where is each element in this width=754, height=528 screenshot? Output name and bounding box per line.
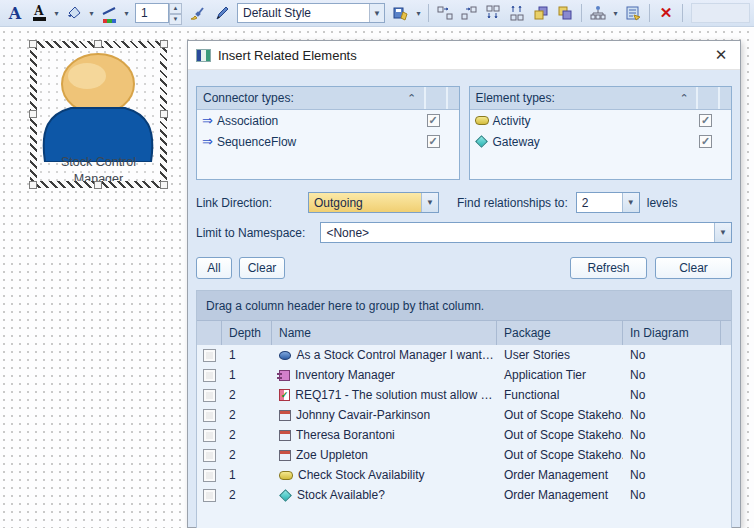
element-type-row[interactable]: Activity	[470, 110, 732, 131]
cell-in-diagram: No	[623, 408, 721, 422]
space-horizontally-button[interactable]	[434, 2, 456, 24]
chevron-down-icon[interactable]: ▾	[87, 9, 96, 18]
resize-handle[interactable]	[29, 40, 37, 48]
space-vertical-2-icon	[509, 5, 525, 21]
clear-selection-button[interactable]: Clear	[239, 257, 285, 279]
chevron-down-icon[interactable]: ▼	[421, 193, 438, 212]
connector-type-row[interactable]: ⇒ Association	[197, 110, 459, 131]
row-checkbox[interactable]	[203, 489, 216, 502]
bring-to-front-button[interactable]	[530, 2, 552, 24]
refresh-button[interactable]: Refresh	[570, 257, 647, 279]
cell-name: Stock Available?	[272, 488, 497, 502]
connector-checkbox[interactable]	[427, 135, 440, 148]
collapse-chevron-icon[interactable]: ⌃	[672, 87, 696, 109]
stakeholder-icon	[279, 410, 291, 421]
space-horizontal-icon	[437, 5, 453, 21]
properties-button[interactable]	[622, 2, 644, 24]
element-type-row[interactable]: Gateway	[470, 131, 732, 152]
resize-handle[interactable]	[94, 40, 102, 48]
dialog-titlebar[interactable]: Insert Related Elements ✕	[188, 41, 740, 70]
header-in-diagram[interactable]: In Diagram	[623, 321, 721, 345]
space-vertically-2-button[interactable]	[506, 2, 528, 24]
header-depth[interactable]: Depth	[222, 321, 272, 345]
line-width-spinner[interactable]: 1 ▲▼	[135, 3, 182, 23]
font-button[interactable]: A	[4, 2, 26, 24]
row-checkbox[interactable]	[203, 409, 216, 422]
connector-types-header[interactable]: Connector types: ⌃	[197, 87, 459, 110]
chevron-down-icon[interactable]: ▾	[611, 9, 620, 18]
chevron-down-icon[interactable]: ▼	[622, 193, 639, 212]
send-to-back-button[interactable]	[554, 2, 576, 24]
table-row[interactable]: 1Inventory ManagerApplication TierNo	[197, 365, 731, 385]
row-checkbox[interactable]	[203, 369, 216, 382]
row-checkbox[interactable]	[203, 429, 216, 442]
pen-style-button[interactable]	[210, 2, 232, 24]
table-row[interactable]: 1Check Stock AvailabilityOrder Managemen…	[197, 465, 731, 485]
chevron-down-icon[interactable]: ▾	[414, 9, 423, 18]
save-style-button[interactable]	[390, 2, 412, 24]
element-checkbox[interactable]	[699, 114, 712, 127]
cell-package: Application Tier	[497, 368, 623, 382]
space-vertically-button[interactable]	[482, 2, 504, 24]
close-icon[interactable]: ✕	[710, 46, 732, 64]
spin-down-icon[interactable]: ▼	[169, 14, 182, 25]
header-name[interactable]: Name	[272, 321, 497, 345]
header-filler	[721, 321, 731, 345]
row-checkbox[interactable]	[203, 389, 216, 402]
chevron-down-icon[interactable]: ▼	[714, 223, 731, 242]
row-checkbox[interactable]	[203, 469, 216, 482]
table-row[interactable]: 1As a Stock Control Manager I want to ..…	[197, 345, 731, 365]
group-by-bar[interactable]: Drag a column header here to group by th…	[197, 291, 731, 321]
cell-depth: 1	[222, 468, 272, 482]
resize-handle[interactable]	[160, 40, 168, 48]
delete-button[interactable]: ✕	[655, 2, 677, 24]
spin-up-icon[interactable]: ▲	[169, 3, 182, 14]
connector-type-row[interactable]: ⇒ SequenceFlow	[197, 131, 459, 152]
chevron-down-icon[interactable]: ▾	[52, 9, 61, 18]
fill-color-button[interactable]	[63, 2, 85, 24]
all-button[interactable]: All	[196, 257, 232, 279]
row-checkbox[interactable]	[203, 349, 216, 362]
cell-name: Johnny Cavair-Parkinson	[272, 408, 497, 422]
line-width-value[interactable]: 1	[135, 3, 169, 23]
element-type-label: Gateway	[489, 135, 700, 149]
space-horizontally-2-button[interactable]	[458, 2, 480, 24]
element-checkbox[interactable]	[699, 135, 712, 148]
levels-dropdown[interactable]: 2 ▼	[576, 192, 640, 213]
chevron-down-icon[interactable]: ▼	[369, 4, 384, 22]
results-grid: Drag a column header here to group by th…	[196, 290, 732, 528]
clear-results-button[interactable]: Clear	[655, 257, 732, 279]
user-story-icon	[279, 351, 291, 360]
resize-handle[interactable]	[29, 181, 37, 189]
row-checkbox[interactable]	[203, 449, 216, 462]
cell-package: Order Management	[497, 468, 623, 482]
resize-handle[interactable]	[94, 181, 102, 189]
table-row[interactable]: 2Stock Available?Order ManagementNo	[197, 485, 731, 505]
line-color-button[interactable]	[98, 2, 120, 24]
format-painter-button[interactable]	[186, 2, 208, 24]
header-checkbox-column[interactable]	[197, 321, 222, 345]
resize-handle[interactable]	[29, 110, 37, 118]
resize-handle[interactable]	[160, 181, 168, 189]
table-row[interactable]: 2Theresa BorantoniOut of Scope Stakeho..…	[197, 425, 731, 445]
selected-actor-element[interactable]: Stock Control Manager	[30, 41, 167, 188]
cell-name: Theresa Borantoni	[272, 428, 497, 442]
element-types-panel: Element types: ⌃ Activity Gateway	[469, 86, 733, 180]
element-types-header[interactable]: Element types: ⌃	[470, 87, 732, 110]
style-combobox[interactable]: Default Style ▼	[237, 3, 385, 23]
insert-related-button[interactable]	[587, 2, 609, 24]
connector-checkbox[interactable]	[427, 114, 440, 127]
collapse-chevron-icon[interactable]: ⌃	[400, 87, 424, 109]
chevron-down-icon[interactable]: ▾	[122, 9, 131, 18]
table-row[interactable]: 2✓REQ171 - The solution must allow stoc.…	[197, 385, 731, 405]
header-package[interactable]: Package	[497, 321, 623, 345]
actor-shape[interactable]: Stock Control Manager	[37, 48, 160, 181]
font-color-button[interactable]: A	[28, 2, 50, 24]
table-row[interactable]: 2Johnny Cavair-ParkinsonOut of Scope Sta…	[197, 405, 731, 425]
resize-handle[interactable]	[160, 110, 168, 118]
link-direction-dropdown[interactable]: Outgoing ▼	[308, 192, 439, 213]
cell-in-diagram: No	[623, 488, 721, 502]
namespace-dropdown[interactable]: <None> ▼	[320, 222, 732, 243]
connector-arrow-icon: ⇒	[202, 134, 213, 149]
table-row[interactable]: 2Zoe UppletonOut of Scope Stakeho...No	[197, 445, 731, 465]
